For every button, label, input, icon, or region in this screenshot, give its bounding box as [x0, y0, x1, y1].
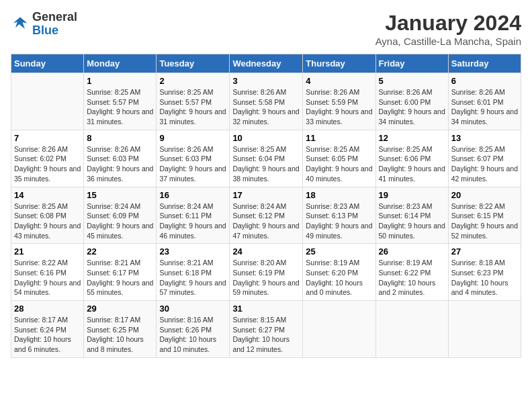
day-info: Sunrise: 8:25 AM Sunset: 6:06 PM Dayligh… [379, 144, 445, 184]
day-info: Sunrise: 8:26 AM Sunset: 6:03 PM Dayligh… [159, 144, 226, 184]
day-number: 27 [451, 246, 518, 257]
day-number: 13 [451, 133, 518, 143]
logo-blue: Blue [32, 24, 58, 37]
table-row: 31Sunrise: 8:15 AM Sunset: 6:27 PM Dayli… [230, 301, 303, 358]
table-row: 8Sunrise: 8:26 AM Sunset: 6:03 PM Daylig… [84, 130, 157, 187]
day-info: Sunrise: 8:25 AM Sunset: 6:04 PM Dayligh… [232, 144, 300, 184]
calendar-week-row: 28Sunrise: 8:17 AM Sunset: 6:24 PM Dayli… [11, 301, 521, 358]
day-info: Sunrise: 8:20 AM Sunset: 6:19 PM Dayligh… [232, 258, 300, 298]
calendar-header-row: Sunday Monday Tuesday Wednesday Thursday… [11, 54, 521, 73]
calendar-week-row: 7Sunrise: 8:26 AM Sunset: 6:02 PM Daylig… [11, 130, 521, 187]
day-info: Sunrise: 8:25 AM Sunset: 6:08 PM Dayligh… [14, 201, 81, 241]
page-title: January 2024 [375, 11, 521, 36]
table-row: 5Sunrise: 8:26 AM Sunset: 6:00 PM Daylig… [375, 73, 448, 130]
day-info: Sunrise: 8:24 AM Sunset: 6:09 PM Dayligh… [87, 201, 153, 241]
table-row: 23Sunrise: 8:21 AM Sunset: 6:18 PM Dayli… [157, 244, 230, 301]
table-row: 3Sunrise: 8:26 AM Sunset: 5:58 PM Daylig… [230, 73, 303, 130]
day-number: 21 [14, 246, 81, 257]
day-number: 6 [451, 76, 518, 86]
table-row: 24Sunrise: 8:20 AM Sunset: 6:19 PM Dayli… [230, 244, 303, 301]
day-info: Sunrise: 8:21 AM Sunset: 6:17 PM Dayligh… [87, 258, 153, 298]
table-row: 2Sunrise: 8:25 AM Sunset: 5:57 PM Daylig… [157, 73, 230, 130]
day-number: 25 [306, 246, 372, 257]
day-info: Sunrise: 8:23 AM Sunset: 6:14 PM Dayligh… [379, 201, 445, 241]
day-info: Sunrise: 8:25 AM Sunset: 6:07 PM Dayligh… [451, 144, 518, 184]
page-header: General Blue January 2024 Ayna, Castille… [11, 11, 521, 47]
table-row: 20Sunrise: 8:22 AM Sunset: 6:15 PM Dayli… [448, 187, 521, 244]
table-row [448, 301, 521, 358]
table-row: 7Sunrise: 8:26 AM Sunset: 6:02 PM Daylig… [11, 130, 84, 187]
table-row: 11Sunrise: 8:25 AM Sunset: 6:05 PM Dayli… [303, 130, 375, 187]
table-row: 27Sunrise: 8:18 AM Sunset: 6:23 PM Dayli… [448, 244, 521, 301]
table-row: 13Sunrise: 8:25 AM Sunset: 6:07 PM Dayli… [448, 130, 521, 187]
day-number: 26 [379, 246, 445, 257]
table-row: 16Sunrise: 8:24 AM Sunset: 6:11 PM Dayli… [157, 187, 230, 244]
day-info: Sunrise: 8:25 AM Sunset: 5:57 PM Dayligh… [159, 87, 226, 127]
table-row: 29Sunrise: 8:17 AM Sunset: 6:25 PM Dayli… [84, 301, 157, 358]
table-row: 4Sunrise: 8:26 AM Sunset: 5:59 PM Daylig… [303, 73, 375, 130]
day-number: 20 [451, 190, 518, 200]
day-number: 9 [159, 133, 226, 143]
day-number: 3 [232, 76, 300, 86]
day-number: 24 [232, 246, 300, 257]
day-info: Sunrise: 8:24 AM Sunset: 6:12 PM Dayligh… [232, 201, 300, 241]
day-number: 4 [306, 76, 372, 86]
logo-bird-icon [11, 15, 30, 34]
table-row: 17Sunrise: 8:24 AM Sunset: 6:12 PM Dayli… [230, 187, 303, 244]
col-monday: Monday [84, 54, 157, 73]
day-number: 22 [87, 246, 153, 257]
svg-marker-0 [13, 17, 28, 29]
day-number: 12 [379, 133, 445, 143]
col-sunday: Sunday [11, 54, 84, 73]
day-info: Sunrise: 8:26 AM Sunset: 5:59 PM Dayligh… [306, 87, 372, 127]
table-row: 28Sunrise: 8:17 AM Sunset: 6:24 PM Dayli… [11, 301, 84, 358]
calendar-week-row: 21Sunrise: 8:22 AM Sunset: 6:16 PM Dayli… [11, 244, 521, 301]
col-friday: Friday [375, 54, 448, 73]
day-info: Sunrise: 8:26 AM Sunset: 6:03 PM Dayligh… [87, 144, 153, 184]
day-info: Sunrise: 8:19 AM Sunset: 6:22 PM Dayligh… [379, 258, 445, 298]
day-number: 15 [87, 190, 153, 200]
day-info: Sunrise: 8:26 AM Sunset: 6:00 PM Dayligh… [379, 87, 445, 127]
day-number: 8 [87, 133, 153, 143]
day-number: 7 [14, 133, 81, 143]
day-info: Sunrise: 8:16 AM Sunset: 6:26 PM Dayligh… [159, 315, 226, 355]
day-info: Sunrise: 8:26 AM Sunset: 6:02 PM Dayligh… [14, 144, 81, 184]
table-row: 15Sunrise: 8:24 AM Sunset: 6:09 PM Dayli… [84, 187, 157, 244]
table-row [11, 73, 84, 130]
table-row: 19Sunrise: 8:23 AM Sunset: 6:14 PM Dayli… [375, 187, 448, 244]
day-info: Sunrise: 8:23 AM Sunset: 6:13 PM Dayligh… [306, 201, 372, 241]
table-row: 1Sunrise: 8:25 AM Sunset: 5:57 PM Daylig… [84, 73, 157, 130]
table-row: 22Sunrise: 8:21 AM Sunset: 6:17 PM Dayli… [84, 244, 157, 301]
day-info: Sunrise: 8:18 AM Sunset: 6:23 PM Dayligh… [451, 258, 518, 298]
col-saturday: Saturday [448, 54, 521, 73]
col-wednesday: Wednesday [230, 54, 303, 73]
day-info: Sunrise: 8:26 AM Sunset: 5:58 PM Dayligh… [232, 87, 300, 127]
day-info: Sunrise: 8:15 AM Sunset: 6:27 PM Dayligh… [232, 315, 300, 355]
day-info: Sunrise: 8:21 AM Sunset: 6:18 PM Dayligh… [159, 258, 226, 298]
table-row: 12Sunrise: 8:25 AM Sunset: 6:06 PM Dayli… [375, 130, 448, 187]
table-row: 10Sunrise: 8:25 AM Sunset: 6:04 PM Dayli… [230, 130, 303, 187]
day-info: Sunrise: 8:22 AM Sunset: 6:16 PM Dayligh… [14, 258, 81, 298]
calendar-week-row: 14Sunrise: 8:25 AM Sunset: 6:08 PM Dayli… [11, 187, 521, 244]
day-number: 29 [87, 304, 153, 314]
day-number: 31 [232, 304, 300, 314]
day-number: 17 [232, 190, 300, 200]
day-number: 14 [14, 190, 81, 200]
day-number: 10 [232, 133, 300, 143]
table-row: 26Sunrise: 8:19 AM Sunset: 6:22 PM Dayli… [375, 244, 448, 301]
table-row: 30Sunrise: 8:16 AM Sunset: 6:26 PM Dayli… [157, 301, 230, 358]
day-info: Sunrise: 8:17 AM Sunset: 6:25 PM Dayligh… [87, 315, 153, 355]
day-info: Sunrise: 8:19 AM Sunset: 6:20 PM Dayligh… [306, 258, 372, 298]
day-number: 28 [14, 304, 81, 314]
table-row: 14Sunrise: 8:25 AM Sunset: 6:08 PM Dayli… [11, 187, 84, 244]
day-info: Sunrise: 8:17 AM Sunset: 6:24 PM Dayligh… [14, 315, 81, 355]
title-block: January 2024 Ayna, Castille-La Mancha, S… [375, 11, 521, 47]
day-number: 23 [159, 246, 226, 257]
day-info: Sunrise: 8:25 AM Sunset: 6:05 PM Dayligh… [306, 144, 372, 184]
table-row: 25Sunrise: 8:19 AM Sunset: 6:20 PM Dayli… [303, 244, 375, 301]
day-info: Sunrise: 8:24 AM Sunset: 6:11 PM Dayligh… [159, 201, 226, 241]
logo-general: General [32, 10, 77, 24]
day-number: 19 [379, 190, 445, 200]
table-row [375, 301, 448, 358]
calendar-week-row: 1Sunrise: 8:25 AM Sunset: 5:57 PM Daylig… [11, 73, 521, 130]
